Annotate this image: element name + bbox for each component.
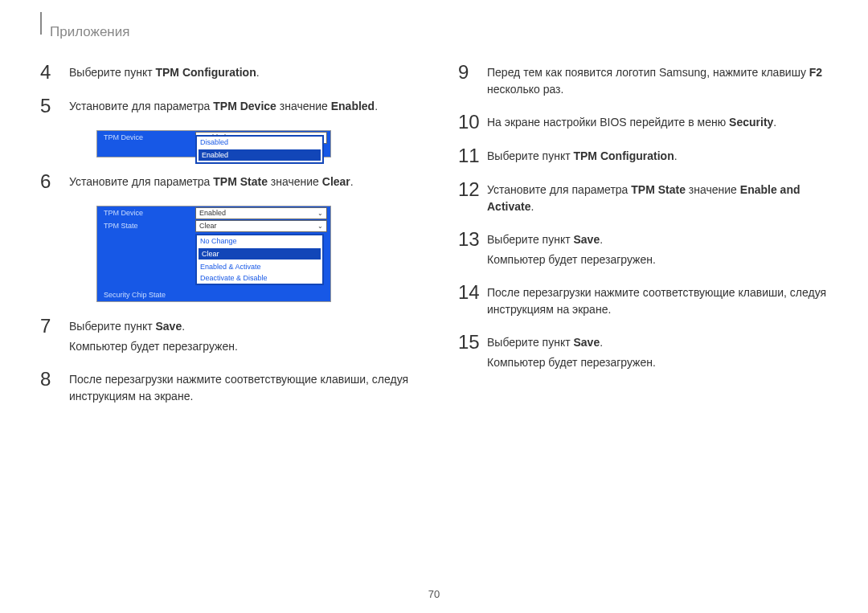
step-text: Выберите пункт Save. Компьютер будет пер… (487, 230, 656, 268)
step-13: 13 Выберите пункт Save. Компьютер будет … (458, 230, 828, 268)
bios-option: Disabled (197, 137, 322, 148)
step-text: Установите для параметра TPM State значе… (69, 172, 354, 190)
bios-screenshot-tpm-device: TPM Device Enabled⌄ DisabledEnabled (96, 130, 331, 157)
bios-dropdown: DisabledEnabled (195, 135, 324, 164)
page-header: Приложения (50, 24, 828, 40)
bios-select: Clear⌄ (195, 220, 327, 232)
bios-option: Deactivate & Disable (197, 272, 322, 284)
step-number: 14 (458, 283, 487, 302)
step-text: После перезагрузки нажмите соответствующ… (69, 370, 410, 405)
step-subtext: Компьютер будет перезагружен. (69, 338, 238, 355)
step-text: Выберите пункт TPM Configuration. (69, 63, 260, 81)
step-14: 14 После перезагрузки нажмите соответств… (458, 283, 828, 318)
step-9: 9 Перед тем как появится логотип Samsung… (458, 63, 828, 98)
page-number: 70 (0, 588, 868, 600)
step-number: 11 (458, 146, 487, 166)
step-12: 12 Установите для параметра TPM State зн… (458, 180, 828, 215)
step-number: 12 (458, 180, 487, 199)
step-11: 11 Выберите пункт TPM Configuration. (458, 146, 828, 166)
step-6: 6 Установите для параметра TPM State зна… (40, 172, 410, 191)
step-number: 4 (40, 63, 69, 82)
bios-select: Enabled⌄ (195, 207, 327, 219)
chevron-down-icon: ⌄ (317, 210, 323, 217)
step-7: 7 Выберите пункт Save. Компьютер будет п… (40, 317, 410, 355)
step-text: Выберите пункт Save. Компьютер будет пер… (487, 333, 656, 371)
bios-field-label: TPM Device (97, 206, 195, 219)
step-number: 13 (458, 230, 487, 249)
right-column: 9 Перед тем как появится логотип Samsung… (458, 63, 828, 419)
step-15: 15 Выберите пункт Save. Компьютер будет … (458, 333, 828, 371)
step-10: 10 На экране настройки BIOS перейдите в … (458, 112, 828, 132)
step-4: 4 Выберите пункт TPM Configuration. (40, 63, 410, 82)
bios-field-label: TPM Device (97, 131, 195, 144)
content-columns: 4 Выберите пункт TPM Configuration. 5 Ус… (40, 63, 828, 419)
step-text: Выберите пункт TPM Configuration. (487, 146, 678, 165)
bios-option: Enabled & Activate (197, 261, 322, 272)
step-text: Установите для параметра TPM State значе… (487, 180, 828, 215)
chevron-down-icon: ⌄ (317, 223, 323, 230)
step-text: На экране настройки BIOS перейдите в мен… (487, 112, 776, 131)
header-accent-rule (40, 12, 42, 35)
bios-field-label: TPM State (97, 219, 195, 232)
step-text: После перезагрузки нажмите соответствующ… (487, 283, 828, 318)
step-subtext: Компьютер будет перезагружен. (487, 251, 656, 268)
bios-screenshot-tpm-state: TPM DeviceEnabled⌄TPM StateClear⌄No Chan… (96, 206, 331, 302)
step-number: 10 (458, 112, 487, 132)
left-column: 4 Выберите пункт TPM Configuration. 5 Ус… (40, 63, 410, 419)
step-text: Перед тем как появится логотип Samsung, … (487, 63, 828, 98)
step-number: 7 (40, 317, 69, 336)
step-subtext: Компьютер будет перезагружен. (487, 354, 656, 371)
bios-option: Enabled (198, 149, 321, 161)
bios-field-label: Security Chip State (97, 288, 195, 301)
step-text: Установите для параметра TPM Device знач… (69, 96, 378, 115)
bios-option: Clear (198, 247, 321, 260)
step-5: 5 Установите для параметра TPM Device зн… (40, 96, 410, 116)
step-8: 8 После перезагрузки нажмите соответству… (40, 370, 410, 405)
step-text: Выберите пункт Save. Компьютер будет пер… (69, 317, 238, 355)
step-number: 8 (40, 370, 69, 389)
bios-dropdown: No ChangeClearEnabled & ActivateDeactiva… (195, 234, 324, 285)
step-number: 15 (458, 333, 487, 352)
step-number: 5 (40, 96, 69, 116)
step-number: 6 (40, 172, 69, 191)
bios-option: No Change (197, 235, 322, 247)
document-page: Приложения 4 Выберите пункт TPM Configur… (0, 0, 868, 613)
step-number: 9 (458, 63, 487, 82)
